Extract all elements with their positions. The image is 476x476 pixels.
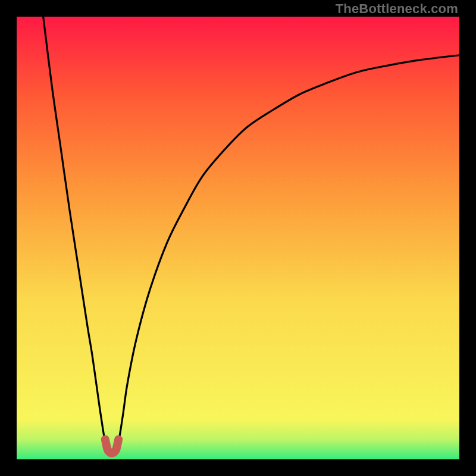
attribution-label: TheBottleneck.com [336, 1, 458, 17]
bottleneck-chart [17, 17, 459, 459]
chart-background [17, 17, 459, 459]
